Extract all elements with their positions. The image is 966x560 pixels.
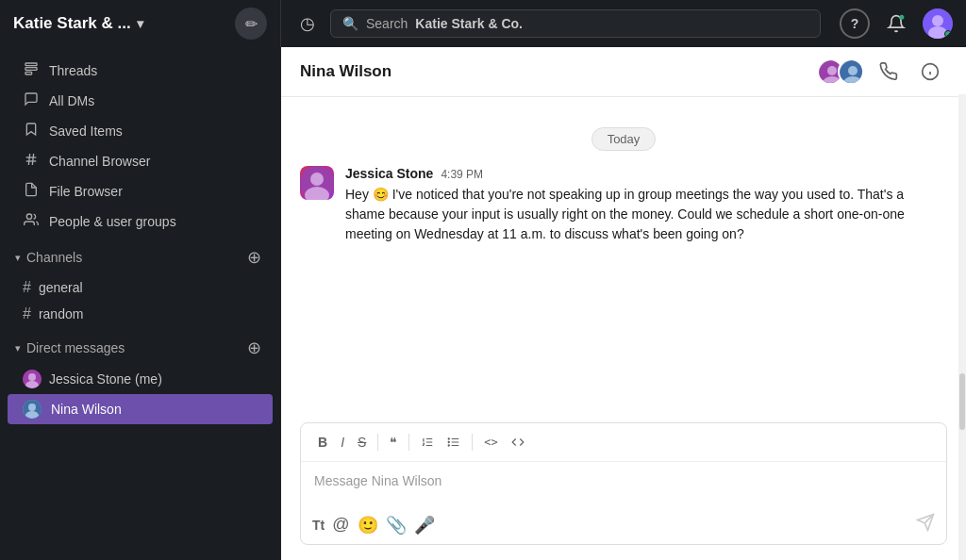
message-sender-avatar: [300, 166, 334, 200]
message-item: Jessica Stone 4:39 PM Hey 😊 I've noticed…: [300, 166, 947, 244]
help-button[interactable]: ?: [840, 8, 870, 39]
dms-icon: [23, 91, 40, 109]
sidebar-item-threads[interactable]: Threads: [8, 56, 273, 85]
dm-item-nina[interactable]: Nina Wilson: [8, 394, 273, 424]
add-channel-button[interactable]: ⊕: [242, 246, 265, 269]
send-button[interactable]: [916, 513, 935, 536]
workspace-header: Katie Stark & ... ▾ ✏: [0, 0, 281, 47]
quote-button[interactable]: ❝: [384, 431, 403, 453]
phone-call-button[interactable]: [872, 58, 906, 85]
search-bar[interactable]: 🔍 Search Katie Stark & Co.: [330, 9, 821, 38]
dms-section-header: ▾ Direct messages ⊕: [0, 331, 280, 365]
sidebar-item-people[interactable]: People & user groups: [8, 206, 273, 236]
sidebar-item-threads-label: Threads: [49, 63, 97, 78]
dms-chevron-icon: ▾: [15, 342, 21, 354]
svg-point-1: [899, 15, 904, 20]
top-actions: ?: [840, 8, 953, 39]
chat-header: Nina Wilson: [281, 47, 966, 97]
audio-button[interactable]: 🎤: [414, 515, 435, 535]
message-header: Jessica Stone 4:39 PM: [345, 166, 947, 181]
channel-hash-icon: #: [23, 305, 31, 322]
jessica-avatar: [23, 370, 42, 388]
info-button[interactable]: [913, 58, 947, 85]
message-input-field[interactable]: Message Nina Wilson: [301, 462, 946, 505]
sidebar-item-all-dms-label: All DMs: [49, 93, 94, 108]
attachment-button[interactable]: 📎: [386, 515, 407, 535]
chat-recipient-name: Nina Wilson: [300, 62, 391, 81]
svg-point-12: [26, 214, 31, 219]
svg-point-39: [449, 445, 450, 446]
people-icon: [23, 212, 40, 230]
messages-list: Today Jessica Stone 4:39 PM Hey 😊 I've n…: [281, 97, 966, 422]
notifications-button[interactable]: [881, 8, 911, 39]
text-format-button[interactable]: Tt: [312, 518, 325, 533]
unordered-list-button[interactable]: [441, 432, 466, 453]
strikethrough-button[interactable]: S: [352, 431, 372, 453]
add-dm-button[interactable]: ⊕: [242, 337, 265, 359]
dm-item-jessica[interactable]: Jessica Stone (me): [8, 365, 273, 393]
sidebar: Threads All DMs Saved Items Channel Brow…: [0, 47, 281, 560]
scrollbar-track: [958, 94, 966, 560]
channel-browser-icon: [23, 152, 40, 170]
compose-button[interactable]: ✏: [235, 8, 267, 40]
bold-button[interactable]: B: [312, 431, 333, 453]
input-toolbar: B I S ❝ <>: [301, 423, 946, 462]
file-browser-icon: [23, 182, 40, 200]
input-action-buttons: Tt @ 🙂 📎 🎤: [312, 515, 435, 535]
threads-icon: [23, 61, 40, 79]
chevron-down-icon: ▾: [137, 16, 143, 31]
ordered-list-button[interactable]: [415, 432, 440, 453]
channel-name-general: general: [39, 280, 83, 295]
nina-avatar: [23, 400, 42, 419]
svg-point-14: [28, 373, 36, 381]
history-button[interactable]: ◷: [294, 8, 321, 40]
mention-button[interactable]: @: [332, 515, 349, 535]
status-online-indicator: [944, 30, 952, 38]
input-bottom-actions: Tt @ 🙂 📎 🎤: [301, 505, 946, 544]
message-input-box: B I S ❝ <>: [300, 422, 947, 545]
search-workspace-label: Katie Stark & Co.: [415, 16, 523, 31]
bookmark-icon: [23, 122, 40, 140]
sidebar-item-channel-browser[interactable]: Channel Browser: [8, 146, 273, 175]
channel-item-random[interactable]: # random: [8, 301, 273, 327]
svg-rect-7: [25, 72, 32, 74]
svg-point-29: [310, 173, 324, 186]
participant-avatar-2: [838, 58, 864, 85]
message-text: Hey 😊 I've noticed that you're not speak…: [345, 185, 947, 244]
code-block-button[interactable]: [506, 432, 530, 453]
toolbar-separator-2: [408, 434, 409, 451]
sidebar-item-saved-items-label: Saved Items: [49, 124, 123, 139]
svg-point-38: [449, 441, 450, 442]
sidebar-item-all-dms[interactable]: All DMs: [8, 86, 273, 115]
search-label: Search: [366, 16, 408, 31]
dms-section-toggle[interactable]: ▾ Direct messages: [15, 340, 125, 355]
channels-section-toggle[interactable]: ▾ Channels: [15, 250, 82, 265]
participant-avatars: [817, 58, 864, 85]
svg-point-17: [28, 404, 36, 411]
sidebar-item-saved-items[interactable]: Saved Items: [8, 116, 273, 145]
svg-point-3: [932, 15, 943, 26]
user-avatar[interactable]: [923, 8, 953, 39]
toolbar-separator-1: [377, 434, 378, 451]
chat-header-actions: [817, 58, 947, 85]
svg-point-37: [449, 438, 450, 439]
channel-item-general[interactable]: # general: [8, 274, 273, 301]
italic-button[interactable]: I: [335, 431, 350, 453]
channels-chevron-icon: ▾: [15, 252, 21, 264]
toolbar-separator-3: [472, 434, 473, 451]
sidebar-item-file-browser[interactable]: File Browser: [8, 176, 273, 206]
svg-rect-5: [25, 63, 37, 66]
chat-area: Nina Wilson: [281, 47, 966, 560]
code-button[interactable]: <>: [478, 432, 503, 453]
message-content: Jessica Stone 4:39 PM Hey 😊 I've noticed…: [345, 166, 947, 244]
emoji-button[interactable]: 🙂: [358, 515, 378, 535]
channel-name-random: random: [39, 306, 83, 321]
dm-name-jessica: Jessica Stone (me): [49, 371, 162, 387]
workspace-name-button[interactable]: Katie Stark & ... ▾: [13, 14, 143, 33]
channels-section-header: ▾ Channels ⊕: [0, 240, 280, 274]
channel-hash-icon: #: [23, 279, 31, 296]
date-label: Today: [591, 127, 657, 151]
main-content: Threads All DMs Saved Items Channel Brow…: [0, 47, 966, 560]
sidebar-item-people-label: People & user groups: [49, 214, 176, 229]
dm-name-nina: Nina Wilson: [51, 402, 122, 417]
